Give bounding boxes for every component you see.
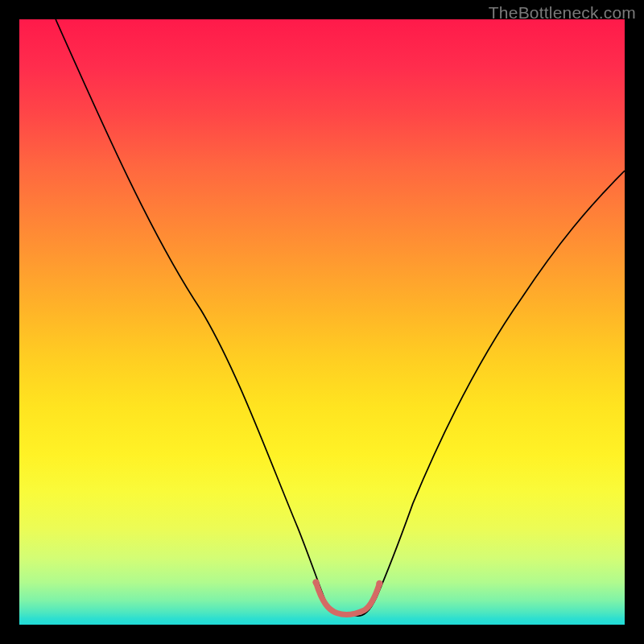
- chart-plot-area: [19, 19, 625, 625]
- bottleneck-curve: [56, 19, 625, 616]
- watermark-text: TheBottleneck.com: [489, 3, 636, 23]
- chart-curves: [19, 19, 625, 625]
- optimal-band-start-dot: [312, 579, 319, 585]
- chart-frame: TheBottleneck.com: [0, 0, 644, 644]
- optimal-band-end-dot: [376, 580, 382, 587]
- optimal-band: [316, 582, 379, 614]
